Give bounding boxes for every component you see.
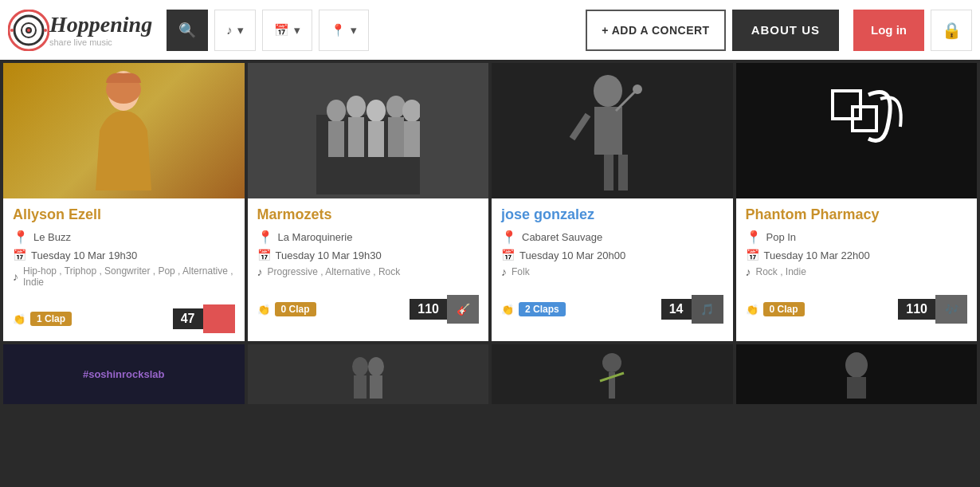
counter-1: 47	[173, 308, 203, 329]
cal-icon-3: 📅	[501, 249, 515, 261]
clap-button-2[interactable]: 👏 0 Clap	[257, 302, 316, 316]
logo-title: Hoppening	[49, 14, 152, 36]
bottom-card-3	[492, 344, 733, 404]
bottom-artist-icon-2	[344, 351, 392, 399]
calendar-icon: 📅	[274, 23, 289, 37]
pin-icon-4: 📍	[746, 230, 762, 245]
date-1: Tuesday 10 Mar 19h30	[31, 249, 137, 261]
clap-count-4: 0 Clap	[763, 302, 805, 316]
thumb-img-4: 🎶	[935, 295, 967, 324]
chevron-down-icon: ▾	[237, 23, 244, 37]
venue-detail-4: 📍 Pop In	[746, 230, 968, 245]
artist-name-4: Phantom Pharmacy	[746, 206, 968, 223]
venue-detail-3: 📍 Cabaret Sauvage	[501, 230, 723, 245]
pin-icon-3: 📍	[501, 230, 517, 245]
thumb-counter-4: 110 🎶	[898, 295, 967, 324]
counter-2: 110	[410, 299, 447, 320]
clap-button-1[interactable]: 👏 1 Clap	[13, 312, 72, 326]
logo-text: Hoppening share live music	[49, 14, 152, 47]
add-concert-button[interactable]: + ADD A CONCERT	[586, 10, 725, 51]
login-button[interactable]: Log in	[853, 10, 924, 51]
chevron-down-icon: ▾	[294, 23, 300, 37]
venue-name-3: Cabaret Sauvage	[522, 231, 602, 243]
clap-button-4[interactable]: 👏 0 Clap	[746, 302, 805, 316]
card-image-1	[3, 63, 245, 198]
clap-button-3[interactable]: 👏 2 Claps	[501, 302, 566, 316]
clap-hand-icon-4: 👏	[746, 304, 759, 316]
venue-name-2: La Maroquinerie	[278, 231, 353, 243]
genres-1: Hip-hop , Triphop , Songwriter , Pop , A…	[23, 265, 235, 288]
date-2: Tuesday 10 Mar 19h30	[276, 249, 382, 261]
venue-detail-2: 📍 La Maroquinerie	[257, 230, 480, 245]
about-button[interactable]: ABOUT US	[732, 10, 839, 51]
bottom-card-4	[736, 344, 978, 404]
add-concert-label: + ADD A CONCERT	[602, 24, 709, 37]
concert-card-1: Allyson Ezell 📍 Le Buzz 📅 Tuesday 10 Mar…	[3, 63, 245, 341]
venue-name-4: Pop In	[766, 231, 797, 243]
genre-detail-2: ♪ Progressive , Alternative , Rock	[257, 265, 480, 278]
music-icon-2: ♪	[257, 265, 263, 278]
clap-hand-icon-2: 👏	[257, 304, 270, 316]
clap-hand-icon-3: 👏	[501, 304, 514, 316]
genres-2: Progressive , Alternative , Rock	[268, 266, 401, 277]
bottom-card-label-1: #soshinrockslab	[83, 368, 165, 380]
svg-rect-13	[348, 117, 364, 157]
artist-image-4	[809, 67, 904, 194]
cal-icon-2: 📅	[257, 249, 271, 261]
bottom-card-image-3	[492, 344, 733, 404]
clap-hand-icon-1: 👏	[13, 313, 25, 325]
svg-rect-27	[833, 91, 860, 119]
thumb-img-3: 🎵	[692, 295, 723, 324]
genre-detail-1: ♪ Hip-hop , Triphop , Songwriter , Pop ,…	[13, 265, 235, 288]
about-label: ABOUT US	[751, 23, 820, 37]
svg-rect-37	[847, 377, 866, 399]
bottom-card-image-4	[736, 344, 978, 404]
artist-name-2: Marmozets	[257, 206, 480, 223]
card-footer-1: 👏 1 Clap 47	[3, 300, 245, 341]
svg-rect-24	[604, 155, 613, 190]
svg-point-12	[347, 96, 366, 118]
cal-icon-1: 📅	[13, 249, 26, 261]
bottom-artist-icon-3	[588, 351, 636, 399]
svg-rect-31	[354, 375, 367, 399]
thumb-counter-2: 110 🎸	[410, 295, 479, 324]
genre-detail-3: ♪ Folk	[501, 265, 723, 278]
svg-point-23	[633, 84, 642, 94]
svg-point-5	[10, 29, 14, 32]
pin-icon-2: 📍	[257, 230, 273, 245]
search-button[interactable]: 🔍	[167, 10, 208, 51]
card-footer-2: 👏 0 Clap 110 🎸	[248, 290, 489, 332]
clap-count-1: 1 Clap	[30, 312, 72, 326]
card-image-4	[736, 63, 978, 198]
location-nav-button[interactable]: 📍 ▾	[319, 10, 369, 51]
location-pin-icon: 📍	[331, 23, 346, 37]
clap-count-3: 2 Claps	[519, 302, 566, 316]
svg-rect-21	[594, 107, 622, 155]
svg-point-14	[367, 100, 386, 122]
svg-point-10	[327, 100, 346, 122]
svg-point-29	[352, 357, 368, 376]
music-note-icon: ♪	[226, 23, 233, 37]
concert-grid: Allyson Ezell 📍 Le Buzz 📅 Tuesday 10 Mar…	[0, 60, 980, 407]
svg-point-30	[368, 357, 384, 376]
user-icon-button[interactable]: 🔒	[931, 10, 972, 51]
search-icon: 🔍	[178, 22, 196, 39]
counter-4: 110	[898, 299, 935, 320]
bottom-card-image-1: #soshinrockslab	[3, 344, 245, 404]
music-nav-button[interactable]: ♪ ▾	[214, 10, 256, 51]
svg-point-33	[602, 353, 621, 372]
venue-detail-1: 📍 Le Buzz	[13, 230, 235, 245]
card-body-2: Marmozets 📍 La Maroquinerie 📅 Tuesday 10…	[248, 198, 489, 290]
venue-name-1: Le Buzz	[33, 231, 71, 243]
calendar-nav-button[interactable]: 📅 ▾	[262, 10, 312, 51]
artist-name-3: jose gonzalez	[501, 206, 723, 223]
artist-image-3	[564, 67, 660, 194]
pin-icon-1: 📍	[13, 230, 29, 245]
svg-point-6	[44, 29, 47, 32]
date-detail-4: 📅 Tuesday 10 Mar 22h00	[746, 249, 968, 261]
svg-rect-25	[618, 155, 628, 190]
svg-line-26	[572, 115, 588, 139]
svg-rect-19	[404, 121, 420, 157]
card-body-3: jose gonzalez 📍 Cabaret Sauvage 📅 Tuesda…	[492, 198, 733, 290]
card-image-2	[248, 63, 489, 198]
